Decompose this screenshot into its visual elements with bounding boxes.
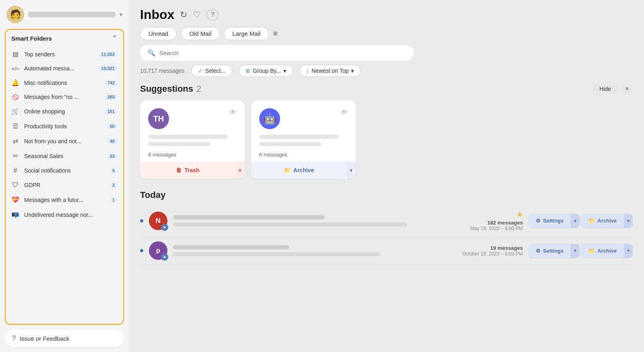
issue-feedback-button[interactable]: ? Issue or Feedback bbox=[5, 329, 124, 347]
social-icon: # bbox=[11, 167, 19, 174]
sidebar-item-misc-notif[interactable]: 🔔 Misc notifications 742 bbox=[6, 75, 123, 90]
trash-icon: 🗑 bbox=[176, 167, 182, 173]
newest-on-top-label: Newest on Top bbox=[312, 68, 349, 74]
email-subject-line bbox=[173, 222, 407, 226]
eye-off-icon-2[interactable]: 👁 bbox=[341, 108, 348, 117]
sidebar: 🧑 ▾ Smart Folders ⌃ ▤ Top senders 11,053… bbox=[0, 0, 129, 352]
sidebar-item-label: Automated messa... bbox=[24, 65, 93, 72]
sender-badge-2: ➤ bbox=[161, 253, 168, 261]
no-reply-icon: 🚫 bbox=[11, 94, 19, 100]
today-section-title: Today bbox=[140, 190, 633, 200]
undelivered-icon: 📭 bbox=[11, 211, 19, 218]
settings-button-2[interactable]: ⚙ Settings bbox=[528, 244, 571, 258]
card-msg-count: 8 messages bbox=[148, 152, 237, 158]
card-archive-button[interactable]: 📁 Archive bbox=[251, 162, 347, 179]
settings-button[interactable]: ⚙ Settings bbox=[528, 214, 571, 228]
favorite-button[interactable]: ♡ bbox=[193, 10, 201, 20]
archive-button-2[interactable]: 📁 Archive bbox=[581, 244, 624, 258]
card-archive-chevron[interactable]: ▾ bbox=[347, 162, 356, 179]
sidebar-item-badge: 151 bbox=[105, 108, 118, 115]
unread-dot bbox=[140, 249, 143, 252]
close-suggestions-button[interactable]: × bbox=[621, 83, 633, 95]
sidebar-item-gdpr[interactable]: 🛡 GDPR 2 bbox=[6, 178, 123, 192]
sidebar-item-badge: 11,053 bbox=[98, 51, 118, 58]
email-meta-2: 19 messages October 18, 2022 – 5:03 PM bbox=[454, 245, 523, 257]
sender-badge: ➤ bbox=[161, 224, 168, 231]
card-avatar-1: TH bbox=[148, 108, 169, 129]
sidebar-item-future-msg[interactable]: 💝 Messages with a futur... 1 bbox=[6, 192, 123, 207]
avatar[interactable]: 🧑 bbox=[6, 6, 24, 23]
group-by-button[interactable]: ⊞ Group By... ▾ bbox=[239, 65, 293, 77]
message-count: 10,717 messages bbox=[140, 68, 185, 74]
archive-chevron-2[interactable]: ▾ bbox=[624, 244, 633, 258]
card-text-line bbox=[259, 135, 339, 139]
email-sender-line-2 bbox=[173, 245, 289, 249]
archive-icon-2: 📁 bbox=[588, 248, 595, 254]
email-content-2[interactable] bbox=[173, 245, 449, 256]
filter-options-button[interactable]: ≡ bbox=[273, 29, 278, 38]
card-trash-button[interactable]: 🗑 Trash bbox=[140, 162, 235, 179]
sidebar-item-seasonal[interactable]: ✂ Seasonal Sales 33 bbox=[6, 148, 123, 163]
toolbar: 10,717 messages ✓ Select... ⊞ Group By..… bbox=[129, 65, 644, 77]
question-icon: ? bbox=[12, 335, 16, 342]
sidebar-item-productivity[interactable]: ☰ Productivity tools 50 bbox=[6, 119, 123, 134]
archive-button[interactable]: 📁 Archive bbox=[581, 214, 624, 228]
email-date-2: October 18, 2022 – 5:03 PM bbox=[454, 251, 523, 257]
settings-icon: ⚙ bbox=[536, 218, 541, 224]
sidebar-item-label: Messages from "no ... bbox=[24, 94, 100, 100]
top-senders-icon: ▤ bbox=[11, 50, 19, 58]
sidebar-item-label: Productivity tools bbox=[24, 123, 102, 130]
account-chevron-icon[interactable]: ▾ bbox=[120, 11, 122, 18]
sidebar-item-label: GDPR bbox=[24, 182, 105, 188]
eye-off-icon[interactable]: 👁 bbox=[229, 108, 237, 117]
card-trash-chevron[interactable]: ▾ bbox=[235, 162, 245, 179]
group-icon: ⊞ bbox=[246, 68, 250, 74]
sort-button[interactable]: ↕ Newest on Top ▾ bbox=[299, 65, 361, 77]
archive-icon: 📁 bbox=[588, 218, 595, 224]
sidebar-item-badge: 40 bbox=[107, 138, 118, 144]
tab-old-mail[interactable]: Old Mail bbox=[181, 27, 220, 40]
select-button[interactable]: ✓ Select... bbox=[191, 65, 233, 77]
settings-icon-2: ⚙ bbox=[536, 248, 541, 254]
suggestions-cards: TH 👁 8 messages 🗑 Trash ▾ 🤖 bbox=[140, 100, 633, 179]
card-actions-1: 🗑 Trash ▾ bbox=[140, 162, 245, 179]
email-content-1[interactable] bbox=[173, 215, 449, 226]
tab-large-mail[interactable]: Large Mail bbox=[224, 27, 269, 40]
sidebar-item-label: Online shopping bbox=[24, 108, 100, 115]
sidebar-item-automated[interactable]: </> Automated messa... 10,021 bbox=[6, 62, 123, 75]
settings-chevron-2[interactable]: ▾ bbox=[571, 244, 580, 258]
archive-chevron[interactable]: ▾ bbox=[624, 214, 633, 228]
help-button[interactable]: ? bbox=[206, 9, 219, 21]
sidebar-item-not-from-you[interactable]: ⇄ Not from you and not... 40 bbox=[6, 134, 123, 148]
card-text-line bbox=[148, 135, 228, 139]
sidebar-item-badge: 5 bbox=[109, 167, 118, 174]
star-icon[interactable]: ★ bbox=[454, 210, 523, 219]
sidebar-item-badge: 1 bbox=[109, 197, 118, 203]
automated-icon: </> bbox=[11, 66, 19, 72]
settings-chevron[interactable]: ▾ bbox=[571, 214, 580, 228]
group-by-label: Group By... bbox=[253, 68, 281, 74]
hide-button[interactable]: Hide bbox=[592, 83, 618, 95]
card-text-line bbox=[148, 142, 210, 146]
folders-list: ▤ Top senders 11,053 </> Automated messa… bbox=[6, 45, 123, 324]
inbox-title-row: Inbox ↻ ♡ ? bbox=[140, 7, 633, 22]
check-icon: ✓ bbox=[198, 68, 203, 74]
sidebar-item-no-reply[interactable]: 🚫 Messages from "no ... 285 bbox=[6, 90, 123, 104]
sidebar-item-undelivered[interactable]: 📭 Undelivered message not... bbox=[6, 207, 123, 222]
table-row: N ➤ ★ 182 messages May 19, 2020 – 6:00 P… bbox=[140, 205, 633, 237]
collapse-smart-folders-button[interactable]: ⌃ bbox=[111, 35, 118, 42]
refresh-button[interactable]: ↻ bbox=[180, 10, 187, 20]
sidebar-item-top-senders[interactable]: ▤ Top senders 11,053 bbox=[6, 47, 123, 62]
not-from-you-icon: ⇄ bbox=[11, 137, 19, 145]
archive-icon: 📁 bbox=[284, 167, 291, 173]
sidebar-item-social[interactable]: # Social notifications 5 bbox=[6, 163, 123, 178]
archive-action-group: 📁 Archive ▾ bbox=[581, 214, 633, 228]
page-title: Inbox bbox=[140, 7, 174, 22]
card-avatar-2: 🤖 bbox=[259, 108, 280, 129]
suggestion-card-1: TH 👁 8 messages 🗑 Trash ▾ bbox=[140, 100, 245, 179]
search-input[interactable] bbox=[159, 49, 407, 56]
email-avatar-2: p ➤ bbox=[149, 241, 167, 260]
sidebar-item-shopping[interactable]: 🛒 Online shopping 151 bbox=[6, 104, 123, 119]
tab-unread[interactable]: Unread bbox=[140, 27, 177, 40]
email-avatar-1: N ➤ bbox=[149, 212, 167, 230]
